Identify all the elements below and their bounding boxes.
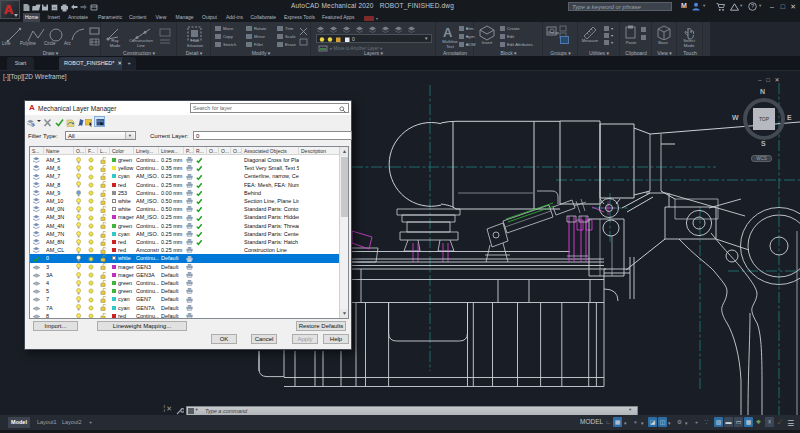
svg-text:?: ? xyxy=(751,3,754,9)
